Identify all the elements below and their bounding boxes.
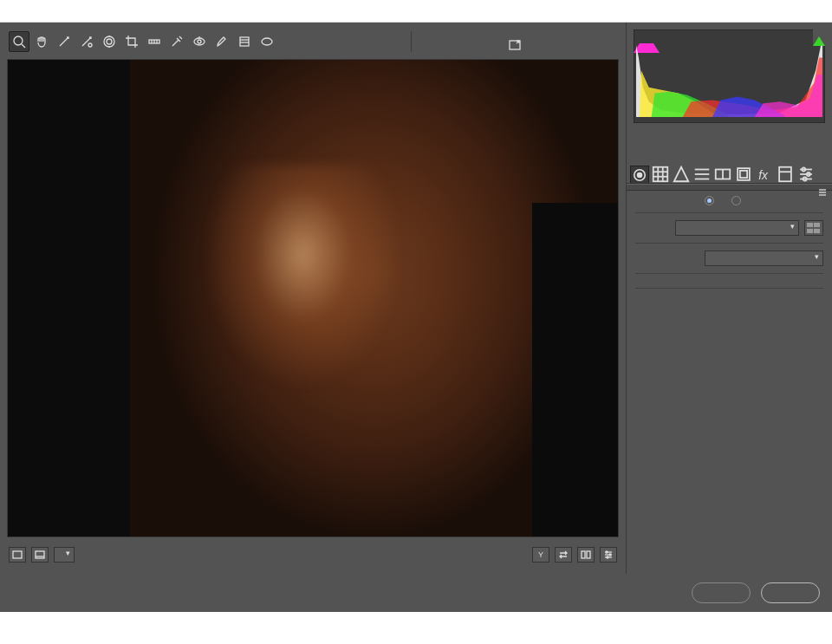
svg-point-4 (104, 36, 114, 47)
preview-image-placeholder (8, 60, 618, 537)
window-titlebar (0, 0, 832, 23)
spot-removal-tool[interactable] (166, 31, 187, 52)
svg-rect-43 (740, 171, 747, 178)
rgb-readout (637, 127, 825, 160)
tab-basic[interactable] (630, 166, 649, 183)
crop-tool[interactable] (121, 31, 142, 52)
svg-point-12 (198, 40, 201, 43)
svg-rect-32 (653, 167, 668, 182)
before-after-y-button[interactable]: Y (532, 547, 549, 563)
svg-point-11 (194, 38, 205, 45)
tab-calibration[interactable] (776, 166, 795, 183)
right-panel: fx (626, 23, 832, 574)
svg-rect-45 (779, 167, 791, 182)
before-after-copy-button[interactable] (577, 547, 595, 563)
filmstrip-view-button[interactable] (31, 547, 49, 563)
treatment-bw-radio[interactable] (731, 196, 744, 205)
zoom-tool[interactable] (9, 31, 29, 52)
svg-rect-19 (13, 551, 22, 558)
svg-point-0 (14, 36, 23, 45)
panel-menu-icon[interactable] (818, 188, 827, 198)
bottom-toolbar: Y (7, 543, 619, 567)
tab-detail[interactable] (672, 166, 691, 183)
hand-tool[interactable] (31, 31, 52, 52)
tab-lens[interactable] (734, 166, 753, 183)
preferences-button[interactable] (600, 547, 617, 563)
svg-point-2 (88, 43, 92, 47)
left-pane: Y (0, 23, 626, 574)
panel-header (627, 184, 832, 191)
image-preview[interactable] (7, 59, 619, 537)
tab-effects[interactable]: fx (755, 166, 774, 183)
cancel-button[interactable] (692, 582, 751, 603)
white-balance-tool[interactable] (54, 31, 75, 52)
dialog-footer (0, 574, 832, 612)
tab-presets[interactable] (796, 166, 816, 183)
svg-rect-14 (240, 37, 249, 46)
app-frame: Y (0, 23, 832, 612)
svg-point-31 (638, 172, 642, 177)
targeted-adjustment-tool[interactable] (99, 31, 120, 52)
tab-curve[interactable] (651, 166, 670, 183)
red-eye-tool[interactable] (189, 31, 210, 52)
profile-browser-button[interactable] (804, 220, 823, 236)
tab-hsl[interactable] (692, 166, 712, 183)
graduated-filter-tool[interactable] (234, 31, 255, 52)
ok-button[interactable] (761, 582, 820, 603)
color-sampler-tool[interactable] (76, 31, 97, 52)
before-after-swap-button[interactable] (555, 547, 572, 563)
svg-line-1 (22, 44, 25, 48)
panel-tabs: fx (627, 166, 832, 184)
adjustment-brush-tool[interactable] (211, 31, 232, 52)
tab-split-toning[interactable] (713, 166, 732, 183)
svg-text:fx: fx (758, 169, 769, 182)
top-toolbar (7, 29, 619, 54)
histogram-graph (636, 41, 822, 117)
svg-point-17 (262, 38, 272, 45)
white-balance-select[interactable] (705, 250, 823, 266)
svg-rect-22 (582, 551, 585, 558)
straighten-tool[interactable] (144, 31, 165, 52)
profile-select[interactable] (675, 220, 799, 236)
radial-filter-tool[interactable] (257, 31, 277, 52)
svg-point-3 (107, 39, 112, 44)
single-view-button[interactable] (9, 547, 26, 563)
zoom-select[interactable] (54, 547, 75, 563)
toggle-fullscreen[interactable] (411, 31, 617, 52)
basic-panel-body (627, 191, 832, 574)
svg-rect-23 (587, 551, 590, 558)
svg-rect-20 (36, 551, 44, 558)
histogram[interactable] (634, 29, 825, 123)
treatment-color-radio[interactable] (705, 196, 718, 205)
